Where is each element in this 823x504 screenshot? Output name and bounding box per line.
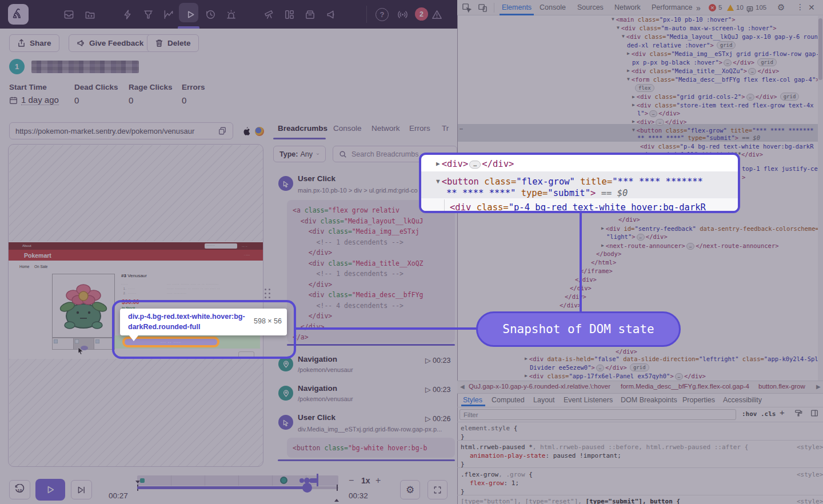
warning-count[interactable]: 10 [736, 4, 744, 11]
broadcast-icon[interactable] [395, 7, 409, 21]
rewind-10-button[interactable]: 10 [9, 480, 30, 499]
speed-value[interactable]: 1x [361, 476, 370, 485]
scrubber-thumb[interactable] [302, 483, 312, 493]
message-count-icon[interactable] [746, 5, 753, 15]
new-style-rule-button[interactable]: + [780, 407, 785, 417]
devtools-close-icon[interactable]: ✕ [808, 3, 815, 12]
warning-icon[interactable] [430, 7, 444, 21]
next-breadcrumb-button[interactable] [71, 480, 92, 499]
styles-tab-properties[interactable]: Properties [682, 396, 715, 404]
share-button[interactable]: Share [9, 34, 59, 52]
devtools-tab-elements[interactable]: Elements [502, 3, 532, 11]
breadcrumb-timestamp[interactable]: ▷ 00:26 [425, 414, 450, 423]
dom-tree-line[interactable]: </div> [618, 216, 640, 223]
sentry-logo[interactable] [8, 4, 29, 25]
tab-console[interactable]: Console [333, 124, 362, 133]
help-icon[interactable]: ? [375, 8, 389, 21]
sidebar-layout-icon[interactable] [810, 409, 818, 419]
crumb-back-icon[interactable]: ◀ [460, 383, 465, 390]
dom-tree-line[interactable]: top-1 flex justify-cen [742, 165, 821, 173]
styles-tab-event-listeners[interactable]: Event Listeners [564, 396, 613, 404]
dom-tree-line[interactable]: ▶<div class="grid grid-cols-2">…</div>gr… [632, 93, 799, 101]
give-feedback-button[interactable]: Give Feedback [69, 34, 151, 52]
delete-button[interactable]: Delete [147, 34, 199, 52]
play-button[interactable] [35, 479, 65, 501]
style-rule-line[interactable]: <style> [797, 498, 823, 504]
dom-crumb[interactable]: form.Media_desc__bfFYg.flex.flex-col.gap… [621, 383, 749, 390]
breadcrumb-timestamp[interactable]: ▷ 00:23 [425, 385, 450, 394]
error-count[interactable]: 5 [718, 4, 722, 11]
speed-decrease-button[interactable]: − [349, 475, 354, 486]
projects-icon[interactable] [83, 7, 97, 21]
dom-tree-line[interactable]: </iframe> [580, 267, 613, 275]
paint-roller-icon[interactable] [794, 409, 802, 419]
warning-count-icon[interactable] [727, 5, 734, 11]
devtools-menu-icon[interactable]: ⋮ [796, 2, 804, 11]
page-about-link[interactable]: About [22, 244, 31, 247]
dom-crumb[interactable]: QuJ.gap-x-10.gap-y-6.rounded-xl.relative… [469, 383, 610, 390]
dashboards-icon[interactable] [162, 7, 175, 21]
dom-tree-line[interactable]: </div> [560, 302, 581, 309]
tab-breadcrumbs[interactable]: Breadcrumbs [278, 124, 327, 133]
replays-icon[interactable] [183, 7, 197, 21]
style-rule-line[interactable]: <style> [797, 443, 823, 451]
history-icon[interactable] [203, 7, 217, 21]
releases-icon[interactable] [303, 7, 317, 21]
product-thumbnail[interactable] [52, 338, 74, 350]
tab-errors[interactable]: Errors [409, 124, 430, 133]
devtools-tab-network[interactable]: Network [614, 3, 641, 11]
inspect-element-icon[interactable] [462, 3, 472, 15]
styles-tab-accessibility[interactable]: Accessibility [723, 396, 762, 404]
timeline-event-marker[interactable] [140, 478, 145, 483]
device-toolbar-icon[interactable] [478, 3, 488, 15]
crumb-forward-icon[interactable]: ▶ [816, 383, 821, 390]
dom-tree-line[interactable]: ▶<div class="Media_img__eSTxj grid grid-… [627, 50, 820, 58]
feedback-icon[interactable] [324, 7, 338, 21]
product-thumbnail-selected[interactable] [73, 338, 94, 350]
style-rule-line[interactable]: flex-grow: 1; [470, 479, 519, 487]
page-nav-onsale[interactable]: On Sale [34, 265, 48, 269]
stats-icon[interactable] [282, 7, 296, 21]
pane-resize-handle[interactable] [265, 289, 270, 298]
fullscreen-button[interactable] [428, 480, 448, 499]
devtools-tab-performance[interactable]: Performance [652, 3, 693, 11]
message-count[interactable]: 105 [756, 4, 766, 11]
alerts-icon[interactable] [224, 7, 238, 21]
dom-tree-line[interactable]: </body> [596, 250, 621, 258]
type-filter-dropdown[interactable]: Type: Any [273, 146, 326, 162]
dom-tree-line[interactable]: </div> [565, 293, 586, 301]
copy-icon[interactable] [218, 126, 227, 135]
dom-tree-line[interactable]: ▶<next-route-announcer>…</next-route-ann… [601, 242, 779, 250]
dom-tree-line[interactable]: ▼<form class="Media_desc__bfFYg flex fle… [627, 75, 820, 83]
style-rule-line[interactable]: animation-play-state: paused !important; [470, 452, 621, 459]
dom-tree-line[interactable]: ▼<button class="flex-grow" title="*** **… [632, 126, 814, 134]
dom-tree-line[interactable]: flex [632, 84, 654, 92]
styles-filter-input[interactable]: Filter [460, 409, 736, 420]
timeline-event-marker[interactable] [299, 478, 304, 483]
devtools-scrollbar-thumb[interactable] [818, 18, 822, 80]
dom-tree-line[interactable]: > [742, 174, 745, 181]
dom-tree-line[interactable]: l">…</div> [637, 110, 680, 117]
explore-icon[interactable] [262, 7, 275, 21]
error-count-icon[interactable]: ✕ [709, 4, 716, 11]
dom-tree-line[interactable]: </div> [575, 276, 597, 283]
dom-tree-line[interactable]: "light">…</div> [606, 233, 668, 241]
tab-network[interactable]: Network [371, 124, 400, 133]
devtools-tab-sources[interactable]: Sources [577, 3, 604, 11]
dom-tree-line[interactable]: <div class="p-4 bg-red text-white hover:… [640, 143, 813, 150]
style-rule-line[interactable]: element.style { [461, 425, 517, 432]
dom-tree-line[interactable]: ▶<div id="sentry-feedback" data-sentry-f… [601, 225, 819, 233]
page-select[interactable]: ········· [205, 243, 237, 249]
timeline-event-marker[interactable] [280, 477, 287, 484]
lightning-icon[interactable] [121, 7, 134, 21]
styles-tab-styles[interactable]: Styles [463, 396, 482, 404]
styles-tab-layout[interactable]: Layout [533, 396, 555, 404]
timeline-event-marker[interactable] [317, 474, 318, 487]
dom-tree-line[interactable]: ▼<div class="m-auto max-w-screen-lg :hov… [617, 24, 777, 32]
discover-icon[interactable] [141, 7, 155, 21]
devtools-tab-console[interactable]: Console [540, 3, 566, 11]
dom-tree-line[interactable]: ▼<div class="Media_layout__lkQuJ gap-x-1… [622, 33, 818, 41]
cls-toggle[interactable]: .cls [761, 410, 776, 418]
dom-tree-line[interactable]: ▶<div class="store-item text-red flex-gr… [632, 101, 814, 109]
dom-tree-line[interactable]: ▼<main class="px-10 pb-10 :hover"> [612, 15, 735, 23]
